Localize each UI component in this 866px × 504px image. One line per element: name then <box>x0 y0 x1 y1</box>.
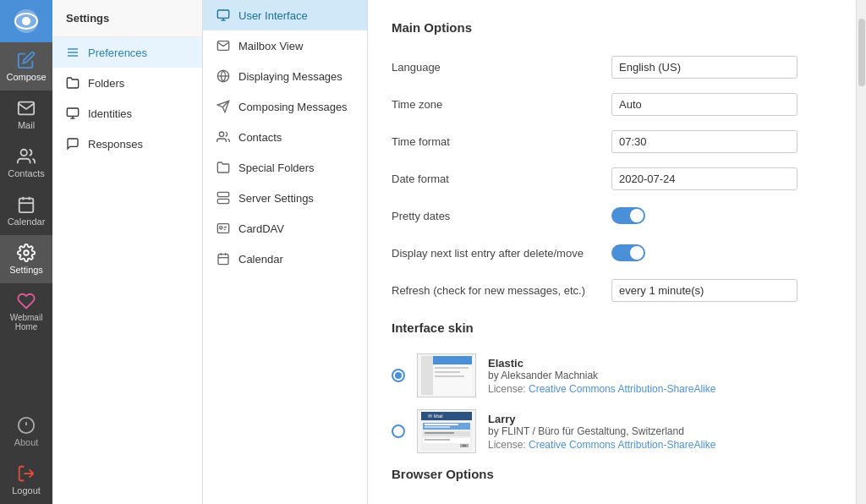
skin-info-elastic: Elastic by Aleksander Machniak License: … <box>488 357 832 395</box>
nav-item-logout[interactable]: Logout <box>0 456 52 504</box>
svg-rect-40 <box>435 367 469 369</box>
browser-options-section: Browser Options Handle popups as standar… <box>392 467 832 504</box>
cat-item-responses[interactable]: Responses <box>52 129 202 159</box>
svg-rect-42 <box>435 375 464 377</box>
nav-item-settings[interactable]: Settings <box>0 235 52 283</box>
skin-license-elastic: License: Creative Commons Attribution-Sh… <box>488 383 832 395</box>
time-format-label: Time format <box>392 135 611 148</box>
cat-label-folders: Folders <box>88 77 124 90</box>
browser-options-title: Browser Options <box>392 467 832 486</box>
settings-label-mailbox-view: Mailbox View <box>238 40 303 52</box>
timezone-value <box>611 93 832 116</box>
pretty-dates-knob <box>630 209 644 222</box>
skin-preview-larry: ✉ Mail <box>417 409 476 453</box>
display-next-knob <box>630 246 644 260</box>
svg-rect-54 <box>463 445 466 446</box>
time-format-row: Time format <box>392 128 832 155</box>
nav-item-webmail-home[interactable]: Webmail Home <box>0 283 52 340</box>
timezone-label: Time zone <box>392 98 611 111</box>
date-format-label: Date format <box>392 173 611 185</box>
svg-rect-33 <box>218 255 228 265</box>
display-next-toggle[interactable] <box>611 244 645 261</box>
nav-item-mail[interactable]: Mail <box>0 90 52 139</box>
settings-item-server-settings[interactable]: Server Settings <box>203 183 367 213</box>
svg-rect-27 <box>217 192 228 196</box>
settings-label-composing-messages: Composing Messages <box>238 101 348 113</box>
pretty-dates-toggle[interactable] <box>611 207 645 224</box>
refresh-value <box>611 279 832 302</box>
settings-item-special-folders[interactable]: Special Folders <box>203 152 367 183</box>
settings-item-composing-messages[interactable]: Composing Messages <box>203 91 367 122</box>
svg-rect-38 <box>421 356 433 395</box>
skin-info-larry: Larry by FLINT / Büro für Gestaltung, Sw… <box>488 413 832 451</box>
refresh-row: Refresh (check for new messages, etc.) <box>392 277 832 304</box>
timezone-input[interactable] <box>611 93 797 116</box>
settings-item-user-interface[interactable]: User Interface <box>203 0 367 30</box>
settings-menu-column: User Interface Mailbox View Displaying M… <box>203 0 368 504</box>
categories-header: Settings <box>52 0 202 37</box>
categories-column: Settings Preferences Folders Identities … <box>52 0 203 504</box>
settings-item-contacts[interactable]: Contacts <box>203 122 367 152</box>
date-format-value <box>611 167 832 190</box>
skin-name-larry: Larry <box>488 413 832 425</box>
refresh-input[interactable] <box>611 279 797 302</box>
svg-rect-52 <box>425 439 450 441</box>
svg-rect-19 <box>217 10 228 18</box>
handle-popups-row: Handle popups as standard windows <box>392 500 832 504</box>
nav-item-compose[interactable]: Compose <box>0 42 52 90</box>
language-row: Language <box>392 53 832 80</box>
date-format-input[interactable] <box>611 167 797 190</box>
skin-option-larry: ✉ Mail Larry by FLINT / Büro für Gestalt… <box>392 409 832 453</box>
nav-item-about[interactable]: About <box>0 408 52 456</box>
settings-label-server-settings: Server Settings <box>238 192 314 205</box>
svg-point-32 <box>220 227 222 229</box>
svg-rect-41 <box>435 371 460 373</box>
cat-item-identities[interactable]: Identities <box>52 98 202 129</box>
scrollbar-thumb[interactable] <box>858 19 865 86</box>
nav-item-contacts[interactable]: Contacts <box>0 139 52 187</box>
time-format-input[interactable] <box>611 130 797 153</box>
settings-label-displaying-messages: Displaying Messages <box>238 70 343 83</box>
nav-label-settings: Settings <box>9 265 43 275</box>
cat-label-identities: Identities <box>88 107 132 120</box>
skin-license-link-elastic[interactable]: Creative Commons Attribution-ShareAlike <box>529 383 715 395</box>
settings-label-special-folders: Special Folders <box>238 162 315 174</box>
skin-license-link-larry[interactable]: Creative Commons Attribution-ShareAlike <box>529 439 715 451</box>
scrollbar-track[interactable] <box>856 0 866 504</box>
svg-point-8 <box>24 250 29 255</box>
nav-label-compose: Compose <box>6 72 46 82</box>
settings-label-calendar: Calendar <box>238 253 283 266</box>
language-input[interactable] <box>611 56 797 79</box>
cat-label-preferences: Preferences <box>88 47 147 59</box>
main-options-title: Main Options <box>392 20 832 40</box>
app-logo <box>0 0 52 42</box>
svg-point-2 <box>22 17 30 25</box>
svg-rect-50 <box>425 432 454 434</box>
nav-item-calendar[interactable]: Calendar <box>0 187 52 235</box>
skin-radio-elastic[interactable] <box>392 369 405 382</box>
svg-point-26 <box>219 132 223 136</box>
settings-label-contacts: Contacts <box>238 131 282 144</box>
cat-item-folders[interactable]: Folders <box>52 68 202 98</box>
skin-author-larry: by FLINT / Büro für Gestaltung, Switzerl… <box>488 425 832 437</box>
language-label: Language <box>392 61 611 74</box>
skin-option-elastic: Elastic by Aleksander Machniak License: … <box>392 353 832 397</box>
pretty-dates-toggle-container <box>611 207 832 224</box>
main-content: Main Options Language Time zone Time for… <box>368 0 856 504</box>
display-next-row: Display next list entry after delete/mov… <box>392 239 832 266</box>
svg-point-3 <box>21 150 27 156</box>
cat-label-responses: Responses <box>88 138 143 151</box>
settings-item-carddav[interactable]: CardDAV <box>203 213 367 244</box>
settings-item-displaying-messages[interactable]: Displaying Messages <box>203 61 367 91</box>
settings-item-calendar[interactable]: Calendar <box>203 244 367 274</box>
svg-rect-48 <box>425 426 450 428</box>
settings-item-mailbox-view[interactable]: Mailbox View <box>203 30 367 61</box>
svg-rect-28 <box>217 199 228 203</box>
pretty-dates-label: Pretty dates <box>392 210 611 222</box>
nav-label-mail: Mail <box>18 120 35 130</box>
skin-radio-larry[interactable] <box>392 425 405 438</box>
nav-label-logout: Logout <box>12 485 41 496</box>
settings-label-user-interface: User Interface <box>238 9 308 22</box>
cat-item-preferences[interactable]: Preferences <box>52 37 202 68</box>
svg-rect-47 <box>425 424 458 425</box>
